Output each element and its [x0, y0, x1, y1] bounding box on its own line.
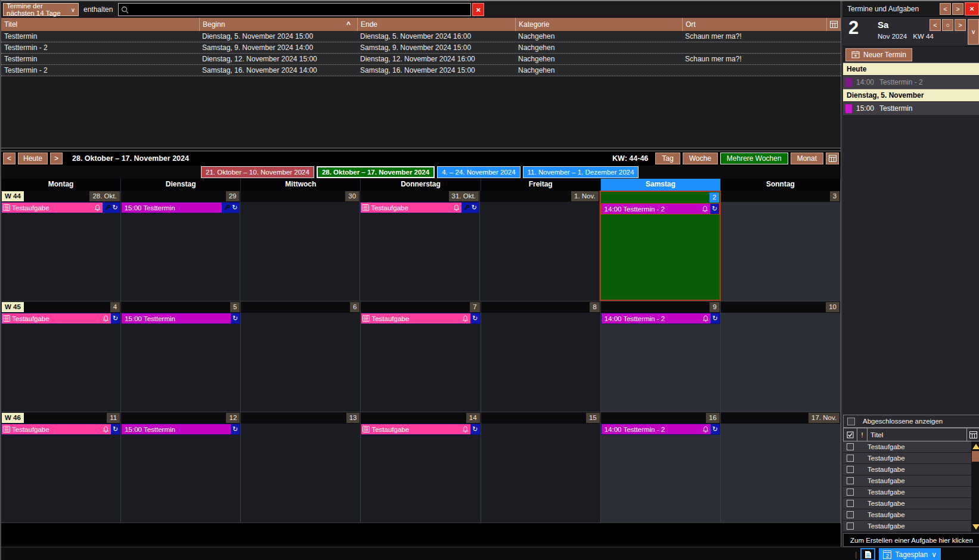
task-row[interactable]: Testaufgabe: [843, 487, 979, 498]
calendar-settings-button[interactable]: [826, 153, 839, 164]
filter-operator-label[interactable]: enthalten: [83, 5, 113, 14]
task-row[interactable]: Testaufgabe: [843, 521, 979, 532]
day-cell[interactable]: 13: [241, 412, 361, 522]
tagesplan-dropdown[interactable]: 2 Tagesplan ∨: [879, 548, 941, 560]
table-row[interactable]: Testtermin - 2 Samstag, 16. November 202…: [1, 65, 841, 76]
task-checkbox[interactable]: [847, 477, 854, 484]
range-tab-3[interactable]: 4. – 24. November 2024: [437, 166, 520, 178]
weekday-header-sonntag[interactable]: Sonntag: [721, 179, 841, 191]
column-header-ort[interactable]: Ort: [682, 18, 826, 31]
calendar-event-task[interactable]: Testaufgabe ↻: [1, 424, 120, 435]
task-scrollbar[interactable]: [971, 441, 979, 532]
task-row[interactable]: Testaufgabe: [843, 475, 979, 487]
day-cell[interactable]: 6: [241, 301, 361, 412]
task-checkbox[interactable]: [847, 455, 854, 462]
weekday-header-dienstag[interactable]: Dienstag: [121, 179, 241, 191]
view-month-button[interactable]: Monat: [791, 153, 823, 164]
task-column-chooser-button[interactable]: [967, 428, 979, 441]
weekday-header-montag[interactable]: Montag: [1, 179, 121, 191]
calendar-event-task[interactable]: Testaufgabe ↻: [361, 424, 480, 435]
today-button[interactable]: Heute: [18, 153, 48, 164]
weekday-header-freitag[interactable]: Freitag: [481, 179, 601, 191]
day-cell[interactable]: 16 14:00 Testtermin - 2 ↻: [601, 412, 721, 522]
task-row[interactable]: Testaufgabe: [843, 509, 979, 521]
calendar-event-appointment[interactable]: 15:00 Testtermin ↻: [121, 424, 240, 435]
range-tab-2-selected[interactable]: 28. Oktober – 17. November 2024: [317, 166, 435, 178]
table-row[interactable]: Testtermin - 2 Samstag, 9. November 2024…: [1, 42, 841, 54]
sidebar-event[interactable]: 15:00 Testtermin: [843, 101, 979, 115]
task-checkbox[interactable]: [847, 522, 854, 530]
next-period-button[interactable]: >: [50, 153, 63, 164]
column-header-ende[interactable]: Ende: [357, 18, 515, 31]
date-prev-button[interactable]: <: [930, 19, 941, 31]
task-row[interactable]: Testaufgabe: [843, 453, 979, 464]
sidebar-close-button[interactable]: ×: [965, 2, 979, 15]
day-cell[interactable]: 8: [481, 301, 601, 412]
day-cell[interactable]: 12 15:00 Testtermin ↻: [121, 412, 241, 522]
day-cell-today[interactable]: 2 14:00 Testtermin - 2 ↻: [600, 191, 721, 301]
weekday-header-samstag[interactable]: Samstag: [601, 179, 721, 191]
view-day-button[interactable]: Tag: [655, 153, 680, 164]
task-checkbox[interactable]: [847, 466, 854, 473]
view-week-button[interactable]: Woche: [683, 153, 718, 164]
calendar-event-task[interactable]: Testaufgabe ↻: [360, 202, 479, 213]
calendar-event-appointment[interactable]: 14:00 Testtermin - 2 ↻: [601, 424, 720, 435]
calendar-event-task[interactable]: Testaufgabe ↻: [1, 202, 120, 213]
task-checkbox[interactable]: [847, 500, 854, 507]
task-checkbox[interactable]: [847, 489, 854, 496]
sidebar-event[interactable]: 14:00 Testtermin - 2: [843, 75, 979, 89]
column-header-titel[interactable]: Titel: [1, 18, 199, 31]
calendar-event-appointment[interactable]: 15:00 Testtermin ↻: [121, 202, 240, 213]
day-cell[interactable]: 14 Testaufgabe ↻: [361, 412, 481, 522]
table-row[interactable]: Testtermin Dienstag, 12. November 2024 1…: [1, 54, 841, 65]
table-row[interactable]: Testtermin Dienstag, 5. November 2024 15…: [1, 31, 841, 42]
calendar-event-appointment[interactable]: 15:00 Testtermin ↻: [121, 313, 240, 324]
scroll-up-arrow-icon[interactable]: [972, 444, 979, 449]
show-completed-row[interactable]: Abgeschlossene anzeigen: [843, 415, 979, 428]
task-column-done[interactable]: [843, 428, 857, 441]
range-tab-1[interactable]: 21. Oktober – 10. November 2024: [201, 166, 314, 178]
scrollbar-thumb[interactable]: [972, 451, 979, 462]
notes-view-button[interactable]: [860, 548, 875, 560]
filter-preset-dropdown[interactable]: Termine der nächsten 14 Tage ∨: [3, 3, 79, 16]
task-column-priority[interactable]: !: [857, 428, 868, 441]
day-cell[interactable]: 3: [721, 191, 841, 301]
day-cell[interactable]: 10: [721, 301, 841, 412]
weekday-header-mittwoch[interactable]: Mittwoch: [241, 179, 361, 191]
day-cell[interactable]: W 454 Testaufgabe ↻: [1, 301, 121, 412]
calendar-event-appointment[interactable]: 14:00 Testtermin - 2 ↻: [601, 203, 720, 214]
date-picker-dropdown-button[interactable]: ∨: [968, 19, 979, 45]
range-tab-4[interactable]: 11. November – 1. Dezember 2024: [523, 166, 639, 178]
weekday-header-donnerstag[interactable]: Donnerstag: [361, 179, 481, 191]
search-input[interactable]: [129, 5, 468, 14]
show-completed-checkbox[interactable]: [847, 418, 855, 425]
task-row[interactable]: Testaufgabe: [843, 464, 979, 475]
calendar-event-appointment[interactable]: 14:00 Testtermin - 2 ↻: [601, 313, 720, 324]
day-cell[interactable]: 7 Testaufgabe ↻: [361, 301, 481, 412]
day-cell[interactable]: 15: [481, 412, 601, 522]
sidebar-prev-button[interactable]: <: [940, 3, 951, 15]
task-checkbox[interactable]: [847, 511, 854, 518]
task-row[interactable]: Testaufgabe: [843, 441, 979, 453]
day-cell[interactable]: 30: [240, 191, 360, 301]
day-cell[interactable]: 5 15:00 Testtermin ↻: [121, 301, 241, 412]
task-row[interactable]: Testaufgabe: [843, 498, 979, 509]
column-header-kategorie[interactable]: Kategorie: [515, 18, 682, 31]
column-header-beginn[interactable]: Beginn ^: [199, 18, 357, 31]
create-task-row[interactable]: Zum Erstellen einer Aufgabe hier klicken: [843, 533, 979, 547]
date-today-button[interactable]: ○: [942, 19, 953, 31]
day-cell[interactable]: W 4428. Okt. Testaufgabe ↻: [1, 191, 121, 301]
day-cell[interactable]: 1. Nov.: [480, 191, 600, 301]
day-cell[interactable]: 17. Nov.: [721, 412, 841, 522]
column-chooser-button[interactable]: [826, 18, 841, 31]
calendar-event-task[interactable]: Testaufgabe ↻: [1, 313, 120, 324]
sidebar-next-button[interactable]: >: [952, 3, 963, 15]
day-cell[interactable]: W 4611 Testaufgabe ↻: [1, 412, 121, 522]
day-cell[interactable]: 29 15:00 Testtermin ↻: [121, 191, 241, 301]
day-cell[interactable]: 31. Okt. Testaufgabe ↻: [360, 191, 480, 301]
task-column-title[interactable]: Titel: [868, 428, 967, 441]
view-multiweek-button[interactable]: Mehrere Wochen: [720, 153, 788, 164]
new-appointment-button[interactable]: Neuer Termin: [845, 48, 912, 61]
calendar-event-task[interactable]: Testaufgabe ↻: [361, 313, 480, 324]
date-next-button[interactable]: >: [955, 19, 966, 31]
